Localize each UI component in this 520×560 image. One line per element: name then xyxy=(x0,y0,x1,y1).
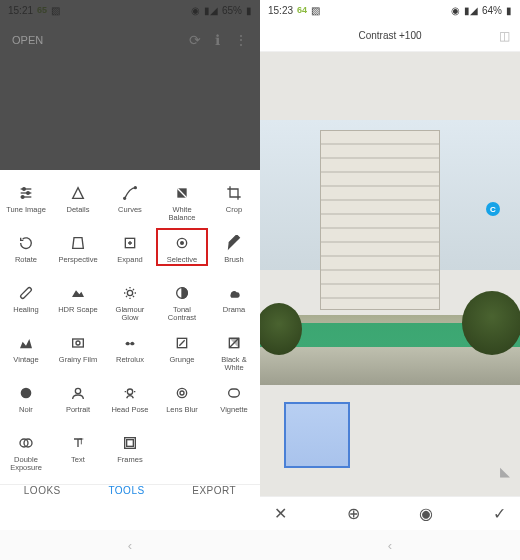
tool-lens-blur[interactable]: Lens Blur xyxy=(158,384,206,414)
tool-head-pose[interactable]: Head Pose xyxy=(106,384,154,414)
tool-selective[interactable]: Selective xyxy=(158,234,206,264)
apply-button[interactable]: ✓ xyxy=(493,504,506,523)
svg-point-20 xyxy=(75,388,80,393)
text-icon xyxy=(69,434,87,452)
tool-drama[interactable]: Drama xyxy=(210,284,258,314)
tool-grunge[interactable]: Grunge xyxy=(158,334,206,364)
tool-label: Perspective xyxy=(58,256,97,264)
tool-retrolux[interactable]: Retrolux xyxy=(106,334,154,364)
status-temp: 64 xyxy=(297,5,307,15)
headpose-icon xyxy=(121,384,139,402)
open-button[interactable]: OPEN xyxy=(12,34,43,46)
tool-glamour-glow[interactable]: Glamour Glow xyxy=(106,284,154,323)
compare-icon[interactable]: ◫ xyxy=(499,29,510,43)
svg-point-6 xyxy=(124,197,126,199)
tool-portrait[interactable]: Portrait xyxy=(54,384,102,414)
tool-text[interactable]: Text xyxy=(54,434,102,464)
bw-icon xyxy=(225,334,243,352)
tool-label: Crop xyxy=(226,206,242,214)
selective-control-point[interactable]: C xyxy=(486,202,500,216)
toggle-visibility-button[interactable]: ◉ xyxy=(419,504,433,523)
photo-canvas[interactable]: C ◣ xyxy=(260,52,520,496)
svg-point-11 xyxy=(181,242,184,245)
back-button[interactable]: ‹ xyxy=(388,538,392,553)
svg-point-7 xyxy=(134,187,136,189)
bookmark-icon[interactable]: ◣ xyxy=(500,464,510,479)
tab-looks[interactable]: LOOKS xyxy=(24,485,61,496)
tool-details[interactable]: Details xyxy=(54,184,102,214)
revert-icon[interactable]: ⟳ xyxy=(189,32,201,48)
tool-hdr-scape[interactable]: HDR Scape xyxy=(54,284,102,314)
svg-point-22 xyxy=(177,388,186,397)
tool-crop[interactable]: Crop xyxy=(210,184,258,214)
tool-label: HDR Scape xyxy=(58,306,98,314)
tool-curves[interactable]: Curves xyxy=(106,184,154,214)
tool-perspective[interactable]: Perspective xyxy=(54,234,102,264)
tool-tune-image[interactable]: Tune Image xyxy=(2,184,50,214)
tool-label: Curves xyxy=(118,206,142,214)
tonal-icon xyxy=(173,284,191,302)
tool-frames[interactable]: Frames xyxy=(106,434,154,464)
add-point-button[interactable]: ⊕ xyxy=(347,504,360,523)
signal-icon: ▮◢ xyxy=(464,5,478,16)
vignette-icon xyxy=(225,384,243,402)
tool-label: Head Pose xyxy=(111,406,148,414)
tool-black-white[interactable]: Black & White xyxy=(210,334,258,373)
cancel-button[interactable]: ✕ xyxy=(274,504,287,523)
tool-noir[interactable]: Noir xyxy=(2,384,50,414)
crop-icon xyxy=(225,184,243,202)
screen-tools: 15:21 65 ▧ ◉ ▮◢ 65% ▮ OPEN ⟳ ℹ ⋮ Tune Im… xyxy=(0,0,260,560)
tab-tools[interactable]: TOOLS xyxy=(108,485,144,496)
tool-label: Double Exposure xyxy=(10,456,42,473)
info-icon[interactable]: ℹ xyxy=(215,32,220,48)
svg-rect-15 xyxy=(73,339,84,347)
vintage-icon xyxy=(17,334,35,352)
tool-white-balance[interactable]: White Balance xyxy=(158,184,206,223)
grunge-icon xyxy=(173,334,191,352)
svg-rect-12 xyxy=(20,287,32,299)
lensblur-icon xyxy=(173,384,191,402)
tool-label: White Balance xyxy=(168,206,195,223)
tool-label: Portrait xyxy=(66,406,90,414)
status-battery: 64% xyxy=(482,5,502,16)
tool-tonal-contrast[interactable]: Tonal Contrast xyxy=(158,284,206,323)
tool-label: Expand xyxy=(117,256,142,264)
svg-point-4 xyxy=(27,192,30,195)
tool-rotate[interactable]: Rotate xyxy=(2,234,50,264)
tool-vignette[interactable]: Vignette xyxy=(210,384,258,414)
battery-icon: ▮ xyxy=(506,5,512,16)
thumbnail-selected[interactable] xyxy=(284,402,350,468)
svg-point-5 xyxy=(21,196,24,199)
svg-point-21 xyxy=(127,389,132,394)
screen-selective: 15:23 64 ▧ ◉ ▮◢ 64% ▮ Contrast +100 ◫ C … xyxy=(260,0,520,560)
tool-label: Vignette xyxy=(220,406,247,414)
svg-rect-28 xyxy=(127,440,134,447)
edited-image[interactable]: C xyxy=(260,120,520,385)
tool-healing[interactable]: Healing xyxy=(2,284,50,314)
wifi-icon: ◉ xyxy=(451,5,460,16)
retro-icon xyxy=(121,334,139,352)
edit-header: Contrast +100 ◫ xyxy=(260,20,520,52)
tool-label: Vintage xyxy=(13,356,38,364)
tool-grainy-film[interactable]: Grainy Film xyxy=(54,334,102,364)
svg-rect-24 xyxy=(229,389,240,397)
tools-grid: Tune ImageDetailsCurvesWhite BalanceCrop… xyxy=(0,170,260,484)
tool-brush[interactable]: Brush xyxy=(210,234,258,264)
svg-point-3 xyxy=(23,188,26,191)
back-button[interactable]: ‹ xyxy=(128,538,132,553)
tool-vintage[interactable]: Vintage xyxy=(2,334,50,364)
perspective-icon xyxy=(69,234,87,252)
tool-label: Text xyxy=(71,456,85,464)
thumbnail-strip: ◣ xyxy=(260,385,520,485)
more-icon[interactable]: ⋮ xyxy=(234,32,248,48)
tool-double-exposure[interactable]: Double Exposure xyxy=(2,434,50,473)
tool-expand[interactable]: Expand xyxy=(106,234,154,264)
system-nav: ‹ xyxy=(260,530,520,560)
tool-label: Drama xyxy=(223,306,246,314)
bottom-tabs: LOOKS TOOLS EXPORT xyxy=(0,484,260,496)
tool-label: Glamour Glow xyxy=(116,306,145,323)
top-app-bar: OPEN ⟳ ℹ ⋮ xyxy=(0,20,260,60)
svg-point-19 xyxy=(21,388,32,399)
tool-label: Brush xyxy=(224,256,244,264)
tab-export[interactable]: EXPORT xyxy=(192,485,236,496)
